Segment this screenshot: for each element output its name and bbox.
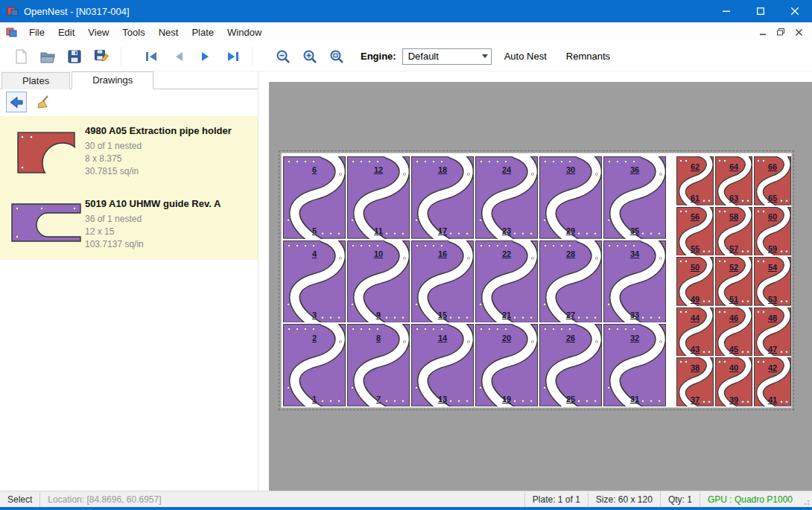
part-number: 46 [715,313,752,322]
drawing-item-1[interactable]: 4980 A05 Extraction pipe holder 30 of 1 … [0,116,258,189]
nest-part-pair[interactable]: 4443 [676,307,714,357]
drawing-area: 30.7815 sq/in [85,165,253,178]
nest-part-pair[interactable]: 1615 [411,240,474,323]
nest-part-pair[interactable]: 4241 [754,357,791,407]
nest-part-pair[interactable]: 2827 [539,240,602,323]
part-number: 58 [715,212,752,221]
nest-part-pair[interactable]: 3837 [676,357,714,407]
nav-prev-button[interactable] [167,45,191,68]
part-number: 24 [475,165,538,174]
nav-first-button[interactable] [140,45,164,68]
menu-file[interactable]: File [22,24,51,41]
clean-button[interactable] [33,92,54,112]
drawing-title: 5019 A10 UHMW guide Rev. A [85,197,253,210]
nest-part-pair[interactable]: 3231 [603,324,666,407]
nest-part-pair[interactable]: 5857 [715,207,752,256]
nest-part-pair[interactable]: 65 [283,156,346,239]
nest-part-pair[interactable]: 3635 [603,156,666,239]
nest-part-pair[interactable]: 6261 [676,156,714,205]
menu-edit[interactable]: Edit [51,24,81,41]
save-as-button[interactable] [89,45,113,68]
nest-part-pair[interactable]: 3029 [539,156,602,239]
resize-grip[interactable] [800,491,812,507]
nest-part-pair[interactable]: 2019 [475,324,538,407]
nest-part-pair[interactable]: 3433 [603,240,666,323]
purple-grid: 65 1211 1817 2423 3029 3635 43 109 1615 … [283,156,666,407]
nest-part-pair[interactable]: 43 [283,240,346,323]
nest-part-pair[interactable]: 4645 [715,307,752,357]
nest-part-pair[interactable]: 5049 [676,257,714,306]
save-button[interactable] [63,45,86,68]
chevron-down-icon[interactable] [479,54,491,58]
nest-part-pair[interactable]: 2423 [475,156,538,239]
part-number: 43 [676,345,714,354]
part-number: 12 [347,165,410,174]
close-button[interactable] [778,0,812,22]
nest-part-pair[interactable]: 4039 [715,357,752,407]
plate[interactable]: 65 1211 1817 2423 3029 3635 43 109 1615 … [281,153,792,408]
nav-last-button[interactable] [221,45,244,68]
nest-part-pair[interactable]: 87 [347,324,410,407]
part-number: 42 [754,363,791,372]
part-number: 51 [715,295,752,304]
open-button[interactable] [36,45,60,68]
part-number: 37 [676,395,714,404]
mdi-close-button[interactable] [791,25,806,39]
tab-plates[interactable]: Plates [1,72,70,89]
nav-next-icon [197,48,214,65]
save-icon [66,48,83,65]
window-title: OpenNest - [N0317-004] [24,6,130,17]
minimize-button[interactable] [709,0,743,22]
nest-part-pair[interactable]: 4847 [754,307,791,357]
drawing-size: 8 x 8.375 [85,153,253,165]
part-number: 52 [715,263,752,272]
nest-part-pair[interactable]: 1413 [411,324,474,407]
new-button[interactable] [9,45,33,68]
menu-view[interactable]: View [81,24,115,41]
nest-part-pair[interactable]: 6059 [754,207,791,256]
part-number: 41 [754,395,791,404]
nest-part-pair[interactable]: 6463 [715,156,752,205]
nest-part-pair[interactable]: 1817 [411,156,474,239]
drawing-item-2[interactable]: 5019 A10 UHMW guide Rev. A 36 of 1 neste… [0,189,258,260]
import-arrow-icon [9,95,24,109]
drawings-list: 4980 A05 Extraction pipe holder 30 of 1 … [0,116,258,260]
part-number: 60 [754,212,791,221]
menu-window[interactable]: Window [221,24,268,41]
part-number: 34 [603,249,666,258]
maximize-button[interactable] [743,0,778,22]
zoom-in-button[interactable] [298,45,322,68]
nest-part-pair[interactable]: 1211 [347,156,410,239]
mdi-minimize-button[interactable] [755,25,770,39]
remnants-button[interactable]: Remnants [559,47,617,66]
engine-select[interactable]: Default [402,48,492,65]
part-number: 1 [283,395,346,404]
status-spacer [169,491,524,507]
nest-part-pair[interactable]: 6665 [754,156,791,205]
nest-part-pair[interactable]: 5251 [715,257,752,306]
part-number: 23 [475,226,538,235]
menu-nest[interactable]: Nest [152,24,185,41]
tab-drawings[interactable]: Drawings [72,71,153,89]
zoom-out-button[interactable] [271,45,295,68]
nest-part-pair[interactable]: 21 [283,324,346,407]
engine-label: Engine: [361,51,396,62]
canvas-container: 65 1211 1817 2423 3029 3635 43 109 1615 … [269,71,812,491]
nest-part-pair[interactable]: 2625 [539,324,602,407]
menu-plate[interactable]: Plate [185,24,221,41]
nest-part-pair[interactable]: 2221 [475,240,538,323]
part-number: 33 [603,310,666,319]
auto-nest-button[interactable]: Auto Nest [498,47,554,66]
zoom-fit-button[interactable] [325,45,349,68]
mdi-restore-icon [777,28,784,36]
menu-tools[interactable]: Tools [115,24,151,41]
nav-next-button[interactable] [194,45,218,68]
nest-part-pair[interactable]: 109 [347,240,410,323]
nest-part-pair[interactable]: 5453 [754,257,791,306]
mdi-restore-button[interactable] [773,25,788,39]
drawing-area: 103.7137 sq/in [85,238,253,251]
panel-splitter[interactable] [258,71,269,491]
nest-part-pair[interactable]: 5655 [676,207,714,256]
import-button[interactable] [6,92,27,112]
nest-canvas[interactable]: 65 1211 1817 2423 3029 3635 43 109 1615 … [269,82,812,491]
